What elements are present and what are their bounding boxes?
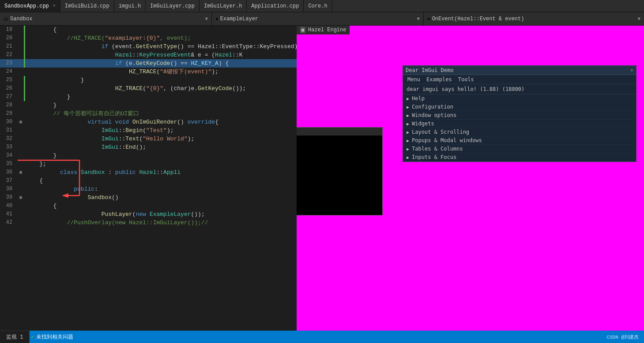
line-num-39: 39	[0, 193, 18, 202]
line-content-19: {	[24, 26, 297, 34]
imgui-item-configuration[interactable]: ▶ Configuration	[403, 103, 636, 111]
tab-bar: SandboxApp.cpp × ImGuiBuild.cpp imgui.h …	[0, 0, 644, 12]
imgui-item-popups-label: Popups & Modal windows	[412, 137, 482, 143]
line-num-38: 38	[0, 185, 18, 193]
tab-imguih-label: imgui.h	[119, 3, 141, 9]
tab-imguilayercpp-label: ImGuiLayer.cpp	[150, 3, 195, 9]
imgui-demo-title: Dear ImGui Demo	[406, 67, 453, 73]
imgui-arrow-tables: ▶	[407, 147, 409, 151]
imgui-arrow-help: ▶	[407, 96, 409, 101]
line-content-34: }	[24, 151, 297, 160]
imgui-item-help[interactable]: ▶ Help	[403, 94, 636, 103]
line-num-31: 31	[0, 126, 18, 135]
tab-imguih[interactable]: imgui.h	[114, 0, 146, 12]
code-line-36: 36 ▣ class Sandbox : public Hazel::Appli	[0, 168, 297, 177]
tab-imguilayerh-label: ImGuiLayer.h	[204, 3, 242, 9]
line-num-32: 32	[0, 135, 18, 143]
hazel-engine-title: Hazel Engine	[308, 27, 346, 33]
imgui-item-inputs-label: Inputs & Focus	[412, 154, 456, 160]
line-num-25: 25	[0, 76, 18, 84]
tab-sandboxapp-close[interactable]: ×	[53, 4, 56, 8]
imgui-arrow-configuration: ▶	[407, 105, 409, 109]
panel-label-text: 监视 1	[6, 333, 23, 341]
collapse-36[interactable]: ▣	[18, 168, 24, 177]
code-line-33: 33 ImGui::End();	[0, 143, 297, 151]
tab-coreh-label: Core.h	[308, 3, 327, 9]
line-num-20: 20	[0, 34, 18, 42]
imgui-demo-titlebar[interactable]: Dear ImGui Demo ×	[403, 66, 636, 75]
tab-coreh[interactable]: Core.h	[304, 0, 332, 12]
line-num-36: 36	[0, 168, 18, 177]
line-num-34: 34	[0, 151, 18, 160]
code-editor[interactable]: 19 { 20 //HZ_TRACE("examplayer:{0}", eve…	[0, 26, 297, 331]
sandbox-icon: 🗂	[4, 16, 8, 22]
imgui-item-window-options[interactable]: ▶ Window options	[403, 111, 636, 120]
line-num-37: 37	[0, 177, 18, 185]
imgui-demo-menubar: Menu Examples Tools	[403, 75, 636, 84]
collapse-30[interactable]: ▣	[18, 118, 24, 126]
hazel-engine-icon: ▦	[300, 27, 305, 33]
line-content-42: //PushOverlay(new Hazel::ImGuiLayer());/…	[24, 219, 297, 227]
test-window[interactable]: ▼ Test Hello World	[297, 127, 383, 215]
imgui-demo-close-btn[interactable]: ×	[630, 67, 633, 73]
line-num-41: 41	[0, 210, 18, 219]
status-bar: 105 % ▼ ✔ 未找到相关问题 CSDN @刘建杰	[0, 331, 644, 343]
tab-imguilayerh[interactable]: ImGuiLayer.h	[200, 0, 247, 12]
line-num-28: 28	[0, 101, 18, 109]
issues-check-icon: ✔	[31, 333, 34, 340]
issues-indicator[interactable]: ✔ 未找到相关问题	[31, 333, 73, 341]
imgui-item-layout-scrolling-label: Layout & Scrolling	[412, 129, 469, 135]
imgui-item-layout-scrolling[interactable]: ▶ Layout & Scrolling	[403, 128, 636, 136]
imgui-item-tables-label: Tables & Columns	[412, 146, 463, 152]
hazel-engine-bar: ▦ Hazel Engine	[297, 26, 350, 34]
imgui-item-tables[interactable]: ▶ Tables & Columns	[403, 145, 636, 153]
examplelayer-icon: ◈	[215, 16, 218, 22]
line-num-27: 27	[0, 93, 18, 101]
sandbox-label: Sandbox	[10, 16, 32, 22]
line-num-29: 29	[0, 109, 18, 118]
imgui-arrow-popups: ▶	[407, 138, 409, 143]
imgui-item-widgets[interactable]: ▶ Widgets	[403, 120, 636, 128]
imgui-item-window-options-label: Window options	[412, 112, 456, 118]
tab-sandboxapp[interactable]: SandboxApp.cpp ×	[0, 0, 60, 12]
code-line-27: 27 }	[0, 93, 297, 101]
panel-label[interactable]: 监视 1	[0, 331, 30, 343]
code-line-19: 19 {	[0, 26, 297, 34]
imgui-menu-examples[interactable]: Examples	[424, 76, 455, 83]
toolbar-mid-arrow[interactable]: ▼	[417, 16, 420, 22]
tab-imguibuild[interactable]: ImGuiBuild.cpp	[60, 0, 114, 12]
imgui-demo-window[interactable]: Dear ImGui Demo × Menu Examples Tools de…	[403, 65, 636, 162]
imgui-item-popups[interactable]: ▶ Popups & Modal windows	[403, 136, 636, 145]
tab-imguibuild-label: ImGuiBuild.cpp	[65, 3, 109, 9]
toolbar-left-arrow[interactable]: ▼	[205, 16, 208, 22]
code-line-34: 34 }	[0, 151, 297, 160]
imgui-item-inputs[interactable]: ▶ Inputs & Focus	[403, 153, 636, 162]
imgui-arrow-layout-scrolling: ▶	[407, 130, 409, 135]
modified-indicator	[24, 26, 25, 68]
tab-applicationcpp-label: Application.cpp	[251, 3, 299, 9]
code-line-42: 42 //PushOverlay(new Hazel::ImGuiLayer()…	[0, 219, 297, 227]
right-panel: ▦ Hazel Engine ▼ Test Hello World Dear I…	[297, 26, 644, 331]
collapse-39[interactable]: ▣	[18, 193, 24, 202]
line-content-27: }	[24, 93, 297, 101]
code-line-41: 41 PushLayer(new ExampleLayer());	[0, 210, 297, 219]
test-window-body: Hello World	[297, 136, 382, 147]
line-num-42: 42	[0, 219, 18, 227]
toolbar-left: 🗂 Sandbox ▼	[0, 12, 212, 25]
code-lines: 19 { 20 //HZ_TRACE("examplayer:{0}", eve…	[0, 26, 297, 227]
imgui-arrow-inputs: ▶	[407, 155, 409, 160]
imgui-menu-tools[interactable]: Tools	[456, 76, 477, 83]
tab-imguilayercpp[interactable]: ImGuiLayer.cpp	[146, 0, 200, 12]
toolbar-right-arrow[interactable]: ▼	[637, 16, 640, 22]
toolbar-right: ◈ OnEvent(Hazel::Event & event) ▼	[424, 12, 644, 25]
line-num-23: 23	[0, 59, 18, 68]
code-line-28: 28 }	[0, 101, 297, 109]
examplelayer-label: ExampleLayer	[220, 16, 258, 22]
imgui-menu-menu[interactable]: Menu	[405, 76, 423, 83]
tab-applicationcpp[interactable]: Application.cpp	[247, 0, 304, 12]
line-num-26: 26	[0, 84, 18, 93]
line-num-19: 19	[0, 26, 18, 34]
main-area: 19 { 20 //HZ_TRACE("examplayer:{0}", eve…	[0, 26, 644, 331]
test-window-titlebar[interactable]: ▼ Test	[297, 128, 382, 136]
status-right-text: CSDN @刘建杰	[606, 333, 639, 341]
